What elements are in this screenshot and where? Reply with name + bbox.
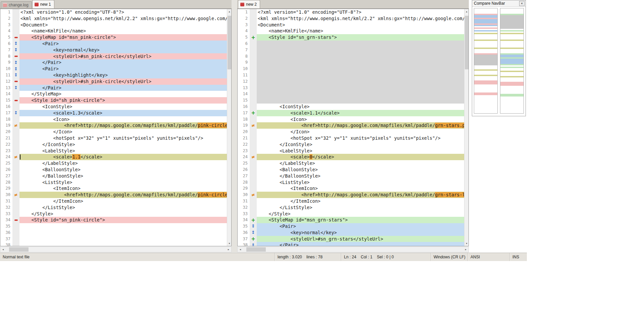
code-text[interactable]: <Document> [19, 22, 227, 28]
code-text[interactable] [19, 242, 227, 246]
code-text[interactable] [19, 236, 227, 242]
tab-new-1[interactable]: new 1 [32, 0, 54, 8]
code-text[interactable]: <scale>1.3</scale> [19, 110, 227, 116]
scroll-left-icon[interactable]: ◄ [238, 247, 243, 252]
code-text[interactable]: </LabelStyle> [19, 160, 227, 167]
code-text[interactable]: <ItemIcon> [257, 185, 464, 192]
code-text[interactable]: <?xml version="1.0" encoding="UTF-8"?> [257, 9, 464, 15]
code-text[interactable]: <hotSpot x="32" y="1" xunits="pixels" yu… [257, 135, 464, 141]
code-text[interactable]: <styleUrl>#sn_grn-stars</styleUrl> [257, 236, 464, 242]
code-text[interactable]: <href>http://maps.google.com/mapfiles/km… [19, 192, 227, 198]
code-text[interactable]: <scale>1.1</scale> [19, 154, 227, 160]
code-text[interactable] [19, 230, 227, 236]
right-hscroll-thumb[interactable] [246, 247, 266, 252]
left-vscroll-thumb[interactable] [228, 16, 231, 69]
code-text[interactable]: </StyleMap> [19, 91, 227, 97]
scroll-right-icon[interactable]: ► [463, 247, 468, 252]
code-text[interactable]: </Icon> [19, 129, 227, 135]
code-text[interactable]: </BalloonStyle> [19, 173, 227, 179]
left-diff-map[interactable] [474, 8, 498, 114]
code-text[interactable]: <href>http://maps.google.com/mapfiles/km… [257, 122, 464, 129]
code-text[interactable]: <Icon> [257, 116, 464, 123]
code-text[interactable]: <StyleMap id="msn_pink-circle"> [19, 34, 227, 41]
code-text[interactable]: </ItemIcon> [257, 198, 464, 204]
right-diff-map[interactable] [500, 8, 524, 114]
code-text[interactable]: </Pair> [19, 59, 227, 66]
scroll-down-icon[interactable]: ▼ [227, 241, 232, 246]
right-vertical-scrollbar[interactable]: ▲ ▼ [464, 9, 468, 246]
code-text[interactable]: <href>http://maps.google.com/mapfiles/km… [257, 192, 464, 198]
scroll-left-icon[interactable]: ◄ [0, 247, 6, 252]
code-text[interactable]: <Pair> [19, 66, 227, 72]
code-text[interactable]: <LabelStyle> [19, 148, 227, 154]
code-text[interactable]: </ListStyle> [19, 204, 227, 211]
code-text[interactable]: <key>normal</key> [257, 230, 464, 236]
left-horizontal-scrollbar[interactable]: ◄ ► [0, 247, 232, 252]
code-text[interactable]: <LabelStyle> [257, 148, 464, 154]
left-hscroll-thumb[interactable] [9, 247, 29, 252]
code-text[interactable]: <ListStyle> [257, 179, 464, 186]
scroll-up-icon[interactable]: ▲ [464, 9, 469, 14]
code-text[interactable]: <key>normal</key> [19, 47, 227, 53]
code-text[interactable]: </Style> [257, 211, 464, 217]
code-text[interactable]: <ListStyle> [19, 179, 227, 186]
code-text[interactable]: <Style id="sn_pink-circle"> [19, 217, 227, 223]
right-vscroll-thumb[interactable] [465, 16, 468, 69]
tab-change.log[interactable]: change.log [1, 1, 32, 8]
tab-new-2[interactable]: new 2 [238, 0, 260, 8]
code-text[interactable]: </Pair> [19, 85, 227, 91]
code-text[interactable]: <hotSpot x="32" y="1" xunits="pixels" yu… [19, 135, 227, 141]
code-text[interactable]: <name>KmlFile</name> [257, 28, 464, 34]
close-icon[interactable]: × [519, 1, 525, 6]
code-text[interactable]: <kml xmlns="http://www.opengis.net/kml/2… [19, 15, 227, 22]
code-text[interactable]: </IconStyle> [19, 141, 227, 148]
code-text[interactable]: </Pair> [257, 242, 464, 246]
code-text[interactable]: <Icon> [19, 116, 227, 123]
scroll-up-icon[interactable]: ▲ [227, 9, 232, 14]
code-text[interactable]: <IconStyle> [19, 104, 227, 110]
code-text[interactable]: <StyleMap id="msn_grn-stars"> [257, 217, 464, 223]
code-text[interactable] [257, 41, 464, 47]
code-text[interactable]: <styleUrl>#sh_pink-circle</styleUrl> [19, 78, 227, 85]
code-text[interactable]: <BalloonStyle> [19, 167, 227, 173]
code-text[interactable] [257, 97, 464, 104]
code-text[interactable]: </BalloonStyle> [257, 173, 464, 179]
code-text[interactable]: <BalloonStyle> [257, 167, 464, 173]
code-text[interactable]: <?xml version="1.0" encoding="UTF-8"?> [19, 9, 227, 15]
code-text[interactable]: </ItemIcon> [19, 198, 227, 204]
code-text[interactable]: <scale>0</scale> [257, 154, 464, 160]
code-text[interactable] [257, 78, 464, 85]
right-horizontal-scrollbar[interactable]: ◄ ► [237, 247, 469, 252]
code-text[interactable] [257, 85, 464, 91]
code-text[interactable]: <kml xmlns="http://www.opengis.net/kml/2… [257, 15, 464, 22]
code-text[interactable]: <ItemIcon> [19, 185, 227, 192]
code-text[interactable]: <Pair> [19, 41, 227, 47]
code-text[interactable]: </Style> [19, 211, 227, 217]
code-text[interactable]: <Style id="sh_pink-circle"> [19, 97, 227, 104]
left-vertical-scrollbar[interactable]: ▲ ▼ [227, 9, 231, 246]
code-text[interactable] [257, 91, 464, 97]
code-text[interactable] [257, 72, 464, 78]
code-text[interactable]: <styleUrl>#sn_pink-circle</styleUrl> [19, 53, 227, 60]
code-text[interactable]: <key>highlight</key> [19, 72, 227, 78]
code-segment: </ListStyle> [20, 205, 75, 210]
code-text[interactable] [257, 59, 464, 66]
code-text[interactable]: <Style id="sn_grn-stars"> [257, 34, 464, 41]
scroll-right-icon[interactable]: ► [226, 247, 231, 252]
code-text[interactable]: <Pair> [257, 223, 464, 230]
code-text[interactable] [257, 53, 464, 60]
scroll-down-icon[interactable]: ▼ [464, 241, 469, 246]
code-text[interactable]: </Icon> [257, 129, 464, 135]
code-text[interactable]: <Document> [257, 22, 464, 28]
code-text[interactable]: </LabelStyle> [257, 160, 464, 167]
code-text[interactable]: <href>http://maps.google.com/mapfiles/km… [19, 122, 227, 129]
code-text[interactable] [19, 223, 227, 230]
code-text[interactable]: </ListStyle> [257, 204, 464, 211]
code-text[interactable]: </IconStyle> [257, 141, 464, 148]
code-text[interactable]: <IconStyle> [257, 104, 464, 110]
code-text[interactable]: <scale>1.1</scale> [257, 110, 464, 116]
code-text[interactable] [257, 66, 464, 72]
pane-splitter[interactable] [232, 0, 237, 252]
code-text[interactable]: <name>KmlFile</name> [19, 28, 227, 34]
code-text[interactable] [257, 47, 464, 53]
